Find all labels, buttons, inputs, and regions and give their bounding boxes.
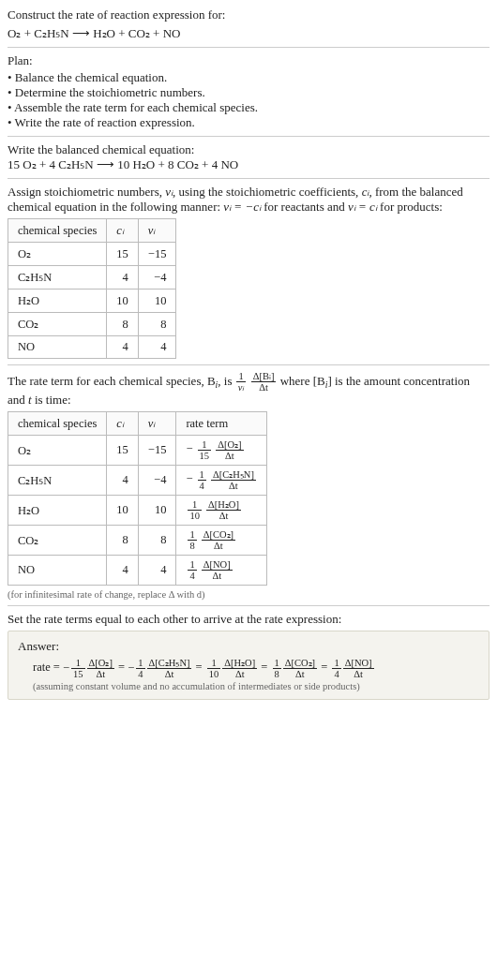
table-row: CO₂ 8 8 18 Δ[CO₂]Δt [8, 526, 267, 556]
numer: Δ[O₂] [87, 658, 114, 669]
rate-term-footnote: (for infinitesimal rate of change, repla… [8, 589, 489, 600]
cell-rate: 14 Δ[NO]Δt [176, 556, 266, 586]
cell-c: 4 [107, 556, 139, 586]
col-rate: rate term [176, 412, 266, 436]
denom: 10 [207, 669, 221, 679]
answer-label: Answer: [18, 639, 479, 654]
cell-c: 15 [107, 436, 139, 466]
coeff-frac: 18 [273, 658, 281, 679]
cell-species: NO [8, 336, 107, 359]
cell-rate: 18 Δ[CO₂]Δt [176, 526, 266, 556]
cell-nu: 8 [138, 313, 176, 336]
numer: Δ[C₂H₅N] [211, 469, 256, 481]
text: for products: [377, 200, 443, 214]
conc-frac: Δ[CO₂]Δt [283, 658, 317, 679]
cell-species: H₂O [8, 496, 107, 526]
denom: νᵢ [236, 382, 247, 393]
numer: Δ[H₂O] [222, 658, 257, 669]
one-over-nu: 1νᵢ [236, 371, 247, 393]
table-row: C₂H₅N 4 −4 − 14 Δ[C₂H₅N]Δt [8, 466, 267, 496]
plan-section: Plan: Balance the chemical equation. Det… [8, 47, 489, 130]
cell-species: NO [8, 556, 107, 586]
table-row: H₂O 10 10 110 Δ[H₂O]Δt [8, 496, 267, 526]
col-c: cᵢ [107, 412, 139, 436]
final-heading: Set the rate terms equal to each other t… [8, 612, 489, 627]
numer: 1 [236, 371, 247, 382]
cell-c: 4 [107, 266, 139, 290]
numer: 1 [198, 439, 212, 451]
denom: Δt [283, 669, 317, 679]
cell-nu: 10 [138, 290, 176, 313]
nu-i: νᵢ [148, 224, 156, 237]
col-c: cᵢ [107, 219, 139, 243]
numer: Δ[Bᵢ] [251, 371, 277, 382]
answer-assumption-note: (assuming constant volume and no accumul… [33, 681, 479, 691]
denom: 8 [188, 541, 196, 551]
cell-c: 4 [107, 336, 139, 359]
coeff-frac: 14 [136, 658, 144, 679]
balanced-heading: Write the balanced chemical equation: [8, 142, 489, 157]
rate-lhs: rate = [33, 661, 63, 675]
nu-i: νᵢ [238, 382, 245, 393]
cell-rate: − 14 Δ[C₂H₅N]Δt [176, 466, 266, 496]
table-row: O₂ 15 −15 − 115 Δ[O₂]Δt [8, 436, 267, 466]
plan-heading: Plan: [8, 53, 489, 68]
numer: 1 [273, 658, 281, 669]
stoich-section: Assign stoichiometric numbers, νᵢ, using… [8, 178, 489, 359]
answer-rate-expression: rate = −115Δ[O₂]Δt = −14Δ[C₂H₅N]Δt = 110… [33, 658, 479, 679]
cell-species: C₂H₅N [8, 466, 107, 496]
denom: 4 [332, 669, 340, 679]
plan-item: Assemble the rate term for each chemical… [8, 100, 489, 115]
cell-nu: −4 [138, 466, 176, 496]
col-nu: νᵢ [138, 219, 176, 243]
numer: 1 [71, 658, 85, 669]
prompt-text: Construct the rate of reaction expressio… [8, 7, 489, 22]
numer: Δ[NO] [343, 658, 374, 669]
c-i: cᵢ [116, 417, 124, 430]
conc-frac: Δ[C₂H₅N]Δt [147, 658, 192, 679]
rel-prod: νᵢ = cᵢ [348, 200, 377, 214]
nu-i: νᵢ [165, 185, 173, 199]
table-header-row: chemical species cᵢ νᵢ rate term [8, 412, 267, 436]
rate-term-intro: The rate term for each chemical species,… [8, 371, 489, 408]
denom: Δt [202, 541, 235, 551]
neg-sign: − [186, 472, 192, 485]
numer: Δ[C₂H₅N] [147, 658, 192, 669]
denom: Δt [202, 571, 233, 581]
plan-item: Balance the chemical equation. [8, 70, 489, 85]
dB-over-dt: Δ[Bᵢ]Δt [251, 371, 277, 393]
cell-c: 10 [107, 496, 139, 526]
coeff-frac: 18 [188, 529, 196, 551]
plan-list: Balance the chemical equation. Determine… [8, 70, 489, 130]
numer: 1 [332, 658, 340, 669]
col-nu: νᵢ [138, 412, 176, 436]
rate-term-table: chemical species cᵢ νᵢ rate term O₂ 15 −… [8, 411, 267, 586]
cell-rate: 110 Δ[H₂O]Δt [176, 496, 266, 526]
conc-frac: Δ[C₂H₅N]Δt [211, 469, 256, 491]
cell-nu: 4 [138, 556, 176, 586]
table-row: H₂O1010 [8, 290, 176, 313]
col-species: chemical species [8, 412, 107, 436]
coeff-frac: 110 [207, 658, 221, 679]
conc-frac: Δ[H₂O]Δt [206, 499, 241, 521]
equals: = [196, 661, 205, 675]
numer: 1 [136, 658, 144, 669]
numer: Δ[NO] [202, 559, 233, 571]
answer-box: Answer: rate = −115Δ[O₂]Δt = −14Δ[C₂H₅N]… [8, 631, 489, 700]
table-row: C₂H₅N4−4 [8, 266, 176, 290]
cell-rate: − 115 Δ[O₂]Δt [176, 436, 266, 466]
table-row: O₂15−15 [8, 243, 176, 266]
table-header-row: chemical species cᵢ νᵢ [8, 219, 176, 243]
text: where [B [280, 374, 325, 388]
plan-item: Write the rate of reaction expression. [8, 115, 489, 130]
text: The rate term for each chemical species,… [8, 374, 216, 388]
denom: Δt [251, 382, 277, 393]
neg-sign: − [63, 661, 69, 675]
text: , using the stoichiometric coefficients, [173, 185, 362, 199]
neg-sign: − [186, 442, 192, 455]
cell-c: 10 [107, 290, 139, 313]
coeff-frac: 110 [188, 499, 202, 521]
numer: 1 [198, 469, 206, 481]
numer: Δ[CO₂] [202, 529, 235, 541]
denom: 8 [273, 669, 281, 679]
